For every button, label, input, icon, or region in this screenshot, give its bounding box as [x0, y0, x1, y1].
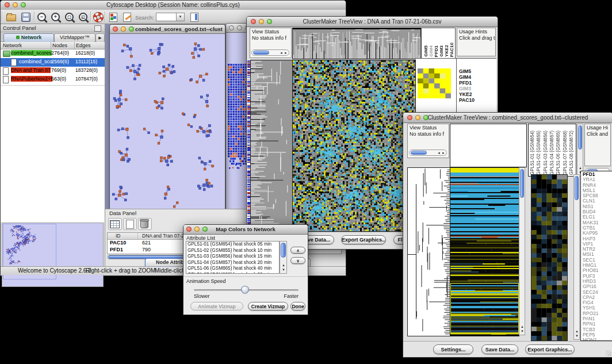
attribute-item[interactable]: GPL51-07 (GSM868) heat shock 60 min — [186, 272, 279, 274]
attribute-list-scrollbar[interactable]: ▲▼ — [280, 241, 287, 274]
status-welcome: Welcome to Cytoscape 2.6.2 — [18, 267, 91, 274]
column-label: PFD1 — [434, 45, 439, 57]
zoom-in-icon[interactable]: + — [50, 12, 62, 22]
treeview2-window: ClusterMaker TreeView : combined_scores_… — [403, 112, 612, 358]
column-label: PAC10 — [449, 43, 454, 57]
network-row[interactable]: DNA and Tran 07769(0)183728(0) — [1, 67, 105, 75]
create-vizmap-button[interactable]: Create Vizmap — [248, 302, 288, 311]
treeview1-status-scrollbar[interactable]: ◄► — [251, 49, 289, 56]
done-button[interactable]: Done — [290, 302, 305, 311]
treeview1-zoom-heatmap[interactable] — [418, 68, 451, 98]
attribute-list[interactable]: GPL51-01 (GSM854) heat shock 05 minGPL51… — [186, 241, 280, 274]
zoom-selected-icon[interactable]: ◱ — [78, 12, 89, 22]
tab-overflow-arrow[interactable]: ▶ — [95, 33, 105, 43]
network-tree-empty-area[interactable] — [1, 85, 105, 223]
control-panel-title: Control Panel — [3, 25, 36, 31]
treeview1-title: ClusterMaker TreeView : DNA and Tran 07-… — [247, 18, 498, 25]
save-data-button[interactable]: Save Data... — [481, 344, 518, 354]
treeview1-usage-hints-panel: Usage HintsClick and drag tc — [457, 28, 496, 56]
gene-label[interactable]: GIM5 — [459, 68, 475, 74]
treeview2-row-dendrogram[interactable] — [407, 167, 450, 336]
minimize-button[interactable] — [237, 25, 242, 30]
treeview1-row-dendrogram[interactable] — [250, 60, 293, 232]
zoom-fit-icon[interactable]: ▢ — [64, 12, 75, 22]
map-dialog-title: Map Colors to Network — [183, 226, 308, 232]
zoom-out-icon[interactable]: − — [36, 12, 48, 22]
gene-label[interactable]: PFD1 — [459, 80, 475, 86]
vizmap-nodes-icon[interactable] — [108, 12, 119, 22]
attribute-item[interactable]: GPL51-04 (GSM857) heat shock 20 min — [186, 260, 279, 266]
save-session-icon[interactable] — [20, 12, 32, 22]
delete-attribute-icon[interactable] — [138, 218, 152, 230]
doc-icon — [3, 67, 9, 75]
network-overview-panel[interactable] — [2, 223, 104, 287]
help-lifesaver-icon[interactable] — [93, 12, 104, 22]
control-panel: Control Panel Network VizMapper™ ▶ Netwo… — [1, 24, 105, 266]
animation-speed-label: Animation Speed — [186, 278, 226, 284]
export-graphics-button[interactable]: Export Graphics... — [341, 235, 386, 244]
network-view-title-bar[interactable]: combined_scores_good.txt--cluste... — [110, 25, 225, 34]
network-overview-canvas[interactable] — [2, 223, 103, 286]
attribute-item[interactable]: GPL51-03 (GSM856) heat shock 15 min — [186, 254, 279, 260]
export-graphics-button[interactable]: Export Graphics... — [525, 344, 575, 354]
search-report-icon[interactable] — [189, 12, 200, 22]
treeview1-heatmap[interactable] — [292, 60, 416, 232]
treeview2-title-bar[interactable]: ClusterMaker TreeView : combined_scores_… — [403, 113, 612, 123]
float-panel-icon[interactable] — [94, 25, 101, 32]
move-down-button[interactable]: ∨ — [290, 257, 305, 264]
attribute-item[interactable]: GPL51-02 (GSM855) heat shock 10 min — [186, 248, 279, 254]
annotate-icon[interactable] — [121, 12, 133, 22]
treeview2-heatmap[interactable] — [450, 167, 519, 336]
treeview1-gene-list[interactable]: GIM5GIM4PFD1GIM3YKE2PAC10 — [459, 68, 475, 103]
network-edges: 183728(0) — [75, 67, 98, 73]
treeview2-view-status-panel: View StatusNo status info f ◄► — [407, 124, 449, 158]
treeview2-collabel-scrollbar[interactable]: ▲▼ — [577, 124, 583, 177]
map-colors-dialog: Map Colors to Network Attribute List GPL… — [183, 224, 308, 315]
network-table-header[interactable]: Network Nodes Edges — [1, 42, 105, 49]
gene-label[interactable]: PAC10 — [459, 97, 475, 103]
treeview2-zoom-scrollbar[interactable]: ▲▼ — [573, 174, 580, 340]
animate-vizmap-button[interactable]: Animate Vizmap — [190, 302, 243, 311]
treeview1-title-bar[interactable]: ClusterMaker TreeView : DNA and Tran 07-… — [247, 17, 498, 27]
gene-label[interactable]: YKE2 — [459, 91, 475, 97]
column-label: GPL51-03 (GSM856) — [543, 131, 548, 175]
network-nodes: 2569(6) — [51, 59, 69, 64]
network-row[interactable]: combined_scores2764(0)16218(0) — [1, 49, 105, 58]
gene-label[interactable]: GIM4 — [459, 74, 475, 80]
doc-icon — [11, 59, 17, 66]
treeview1-column-dendrogram[interactable] — [292, 28, 421, 59]
status-zoom-hint: Right-click + drag to ZOOM — [86, 267, 155, 274]
gene-label[interactable]: GIM3 — [459, 86, 475, 91]
tab-vizmapper[interactable]: VizMapper™ — [54, 33, 95, 43]
minimize-button[interactable] — [121, 26, 126, 32]
treeview2-column-dendrogram-area[interactable] — [450, 124, 527, 167]
network-row[interactable]: combined_sco2569(6)13112(15) — [1, 58, 105, 67]
resize-grip[interactable] — [606, 350, 611, 356]
treeview2-gene-list[interactable]: PFD1YRA1RNR4MSL1SPC98CLN1NIS1BUD4ELG1MAK… — [581, 171, 612, 341]
search-dropdown-arrow[interactable]: ▼ — [176, 13, 185, 21]
map-dialog-title-bar[interactable]: Map Colors to Network — [183, 225, 308, 235]
settings-button[interactable]: Settings... — [433, 344, 473, 354]
attribute-item[interactable]: GPL51-01 (GSM854) heat shock 05 min — [186, 242, 279, 248]
treeview2-usage-hints-panel: Usage HiClick and — [584, 124, 611, 166]
column-label: GPL51-04 (GSM857) — [549, 131, 554, 175]
faster-label: Faster — [284, 293, 299, 299]
treeview2-heatmap-scrollbar[interactable]: ▲▼ — [519, 167, 525, 335]
treeview2-status-scrollbar[interactable]: ◄► — [409, 150, 447, 156]
new-attribute-icon[interactable] — [123, 218, 137, 230]
move-up-button[interactable]: ∧ — [290, 247, 305, 254]
zoom-button[interactable] — [129, 26, 134, 32]
treeview2-zoom-heatmap[interactable] — [531, 174, 568, 341]
attribute-select-icon[interactable] — [108, 218, 122, 230]
attribute-item[interactable]: GPL51-06 (GSM865) heat shock 40 min — [186, 266, 279, 272]
close-button[interactable] — [229, 25, 234, 30]
tab-network[interactable]: Network — [3, 33, 54, 43]
folder-icon — [3, 51, 10, 57]
open-file-icon[interactable] — [5, 12, 17, 22]
speed-slider-thumb[interactable] — [241, 286, 249, 294]
network-nodes: 2764(0) — [51, 50, 69, 56]
close-button[interactable] — [113, 26, 118, 32]
network-canvas[interactable] — [111, 34, 224, 210]
main-title-bar[interactable]: Cytoscape Desktop (Session Name: collins… — [1, 1, 346, 10]
network-row[interactable]: RNAPuberNov2+I563(0)107847(0) — [1, 75, 105, 84]
